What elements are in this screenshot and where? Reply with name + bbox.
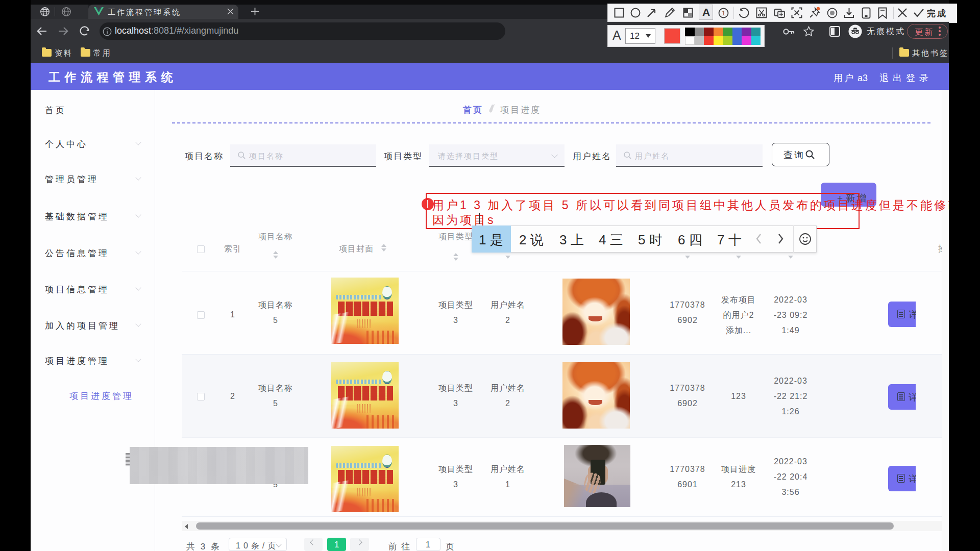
svg-text:1: 1 <box>722 10 725 17</box>
